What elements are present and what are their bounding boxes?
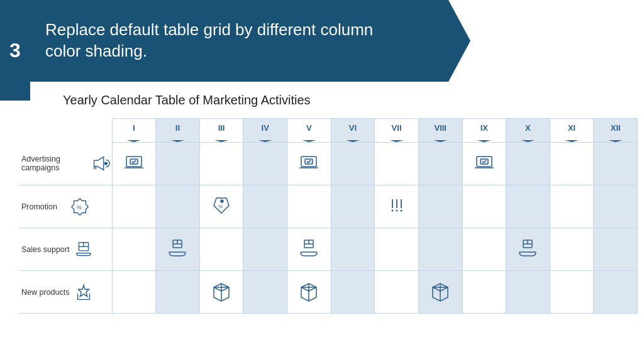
promo-cell-XI [550,185,594,228]
promo-cell-VI [331,185,375,228]
sales-cell-IX [462,228,506,271]
new-cell-XII [594,271,638,314]
adv-cell-XI [550,143,594,185]
svg-line-51 [440,287,448,291]
promo-cell-II [156,185,200,228]
month-VIII: VIII [418,119,462,143]
adv-cell-V [287,143,331,185]
banner-text: Replace default table grid by different … [45,19,373,62]
new-cell-XI [550,271,594,314]
promo-cell-V [287,185,331,228]
svg-line-47 [309,287,316,291]
banner: Replace default table grid by different … [30,0,470,82]
month-XII: XII [594,119,638,143]
row-advertising: Advertising campaigns [19,143,638,185]
row-sales-support: Sales support [19,228,638,271]
box-icon3 [429,280,452,302]
table-subtitle: Yearly Calendar Table of Marketing Activ… [63,93,311,107]
promo-cell-VII [375,185,419,228]
laptop-ad-icon3 [473,151,496,174]
sales-cell-VIII [418,228,462,271]
svg-text:%: % [77,204,82,210]
laptop-ad-icon2 [297,151,320,174]
exclamation-icon [386,194,408,217]
box-hand-icon [73,239,94,260]
row-promotion: Promotion % [19,185,638,228]
sales-cell-I [112,228,156,271]
adv-cell-X [506,143,550,185]
box-icon1 [210,280,233,302]
sales-cell-X [506,228,550,271]
svg-point-23 [400,209,402,211]
month-II: II [156,119,200,143]
promo-cell-VIII [418,185,462,228]
promo-cell-I [112,185,156,228]
new-cell-IX [462,271,506,314]
new-cell-III [199,271,243,314]
adv-cell-VIII [418,143,462,185]
month-XI: XI [550,119,594,143]
adv-cell-VI [331,143,375,185]
sales-cell-XI [550,228,594,271]
box-icon2 [297,280,320,302]
new-cell-VI [331,271,375,314]
new-cell-I [112,271,156,314]
promo-cell-XII [594,185,638,228]
adv-cell-IX [462,143,506,185]
new-cell-VIII [418,271,462,314]
star-box-row-icon [73,282,94,303]
megaphone-icon [89,153,111,174]
month-I: I [112,119,156,143]
label-advertising: Advertising campaigns [19,143,112,185]
svg-line-50 [433,287,440,291]
svg-line-46 [301,287,309,291]
sales-cell-IV [243,228,287,271]
svg-line-42 [214,287,221,291]
adv-cell-II [156,143,200,185]
label-promotion: Promotion % [19,185,112,228]
sales-cell-II [156,228,200,271]
sales-cell-VI [331,228,375,271]
adv-cell-XII [594,143,638,185]
new-cell-II [156,271,200,314]
month-IX: IX [462,119,506,143]
empty-header [19,119,112,143]
new-cell-VII [375,271,419,314]
hand-box-icon2 [297,237,320,260]
month-III: III [199,119,243,143]
svg-marker-39 [79,285,89,296]
laptop-ad-icon [123,151,145,174]
label-new-products: New products [19,271,112,314]
promo-cell-X [506,185,550,228]
page-container: 3 Replace default table grid by differen… [0,0,644,347]
svg-point-19 [391,209,393,211]
new-cell-X [506,271,550,314]
month-VII: VII [375,119,419,143]
month-V: V [287,119,331,143]
promo-cell-IV [243,185,287,228]
sales-cell-V [287,228,331,271]
tag-percent-icon: % [210,194,233,217]
marketing-table: I II III IV V VI VII VIII IX X XI XII [19,118,638,314]
step-number: 3 [0,0,30,101]
sales-cell-III [199,228,243,271]
adv-cell-IV [243,143,287,185]
month-X: X [506,119,550,143]
sales-cell-VII [375,228,419,271]
label-sales-support: Sales support [19,228,112,271]
new-cell-V [287,271,331,314]
hand-box-icon1 [166,237,189,260]
month-IV: IV [243,119,287,143]
month-header-row: I II III IV V VI VII VIII IX X XI XII [19,119,638,143]
new-cell-IV [243,271,287,314]
svg-point-17 [221,200,223,202]
adv-cell-VII [375,143,419,185]
svg-line-43 [221,287,229,291]
adv-cell-III [199,143,243,185]
svg-point-21 [396,209,397,211]
month-VI: VI [331,119,375,143]
hand-box-icon3 [516,237,539,260]
row-new-products: New products [19,271,638,314]
adv-cell-I [112,143,156,185]
sales-cell-XII [594,228,638,271]
